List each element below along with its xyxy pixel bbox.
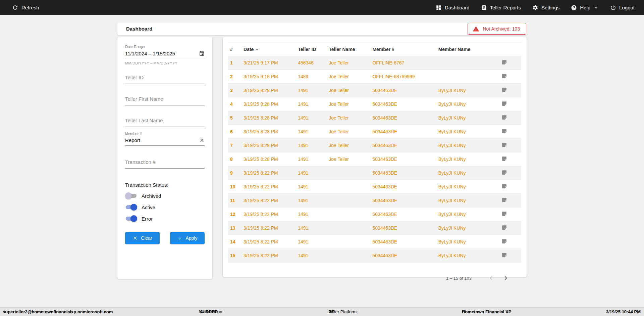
table-row[interactable]: 7 3/19/25 8:28 PM 1491 Joe Teller 503446… [228,139,521,152]
nav-help[interactable]: Help [571,5,599,11]
not-archived-badge[interactable]: Not Archived: 103 [468,23,526,35]
row-teller-id: 1491 [296,84,327,97]
date-range-value[interactable]: 11/1/2024 – 1/15/2025 [125,51,175,56]
note-icon[interactable] [501,156,507,162]
row-date: 3/21/25 9:17 PM [241,56,296,70]
row-teller-name: Joe Teller [327,125,370,139]
table-row[interactable]: 10 3/19/25 8:22 PM 1491 5034463DE ByLyJI… [228,180,521,194]
row-date: 3/19/25 8:28 PM [241,139,296,152]
row-note-cell[interactable] [500,249,521,263]
table-row[interactable]: 5 3/19/25 8:28 PM 1491 Joe Teller 503446… [228,111,521,125]
col-header-member-name[interactable]: Member Name [436,43,500,56]
nav-logout[interactable]: Logout [610,5,635,11]
note-icon[interactable] [501,238,507,244]
row-number: 9 [228,166,241,180]
active-switch[interactable] [125,204,137,211]
apply-button[interactable]: Apply [170,232,205,244]
table-row[interactable]: 9 3/19/25 8:22 PM 1491 5034463DE ByLyJI … [228,166,521,180]
row-note-cell[interactable] [500,152,521,166]
close-icon [132,235,138,241]
row-date: 3/19/25 8:22 PM [241,180,296,194]
status-bar: superteller2@hometownfinancialxp.onmicro… [0,307,644,316]
note-icon[interactable] [501,170,507,175]
note-icon[interactable] [501,252,507,258]
prev-page-button[interactable] [485,272,497,284]
row-note-cell[interactable] [500,56,521,70]
row-member-number: 5034463DE [370,111,436,125]
row-note-cell[interactable] [500,235,521,249]
row-note-cell[interactable] [500,70,521,84]
calendar-icon[interactable] [199,51,205,56]
clear-button[interactable]: Clear [125,232,160,244]
note-icon[interactable] [501,59,507,65]
filter-panel: Date Range 11/1/2024 – 1/15/2025 MM/DD/Y… [117,37,212,279]
sort-chevron-down-icon[interactable] [255,47,260,52]
table-row[interactable]: 3 3/19/25 8:28 PM 1491 Joe Teller 503446… [228,84,521,97]
col-header-date[interactable]: Date [241,43,296,56]
gear-icon [532,5,538,11]
nav-dashboard[interactable]: Dashboard [436,5,469,11]
next-page-button[interactable] [500,272,512,284]
row-note-cell[interactable] [500,166,521,180]
toggle-error-label: Error [142,216,153,222]
note-icon[interactable] [501,142,507,148]
toggle-active-label: Active [142,205,155,210]
row-note-cell[interactable] [500,221,521,235]
date-range-field[interactable]: Date Range 11/1/2024 – 1/15/2025 MM/DD/Y… [125,45,205,65]
row-member-name: ByLyJI KUNy [436,125,500,139]
note-icon[interactable] [501,115,507,120]
table-row[interactable]: 15 3/19/25 8:22 PM 1491 5034463DE ByLyJI… [228,249,521,263]
row-teller-id: 1491 [296,111,327,125]
row-note-cell[interactable] [500,125,521,139]
teller-id-input[interactable] [125,71,205,84]
note-icon[interactable] [501,197,507,203]
table-row[interactable]: 1 3/21/25 9:17 PM 456346 Joe Teller OFFL… [228,56,521,70]
note-icon[interactable] [501,211,507,217]
col-header-member-number[interactable]: Member # [370,43,436,56]
row-member-number: 5034463DE [370,208,436,221]
row-note-cell[interactable] [500,139,521,152]
table-row[interactable]: 11 3/19/25 8:22 PM 1491 5034463DE ByLyJI… [228,194,521,208]
note-icon[interactable] [501,101,507,106]
row-member-name: ByLyJI KUNy [436,249,500,263]
member-number-input[interactable] [125,137,189,143]
transaction-number-input[interactable] [125,156,205,169]
teller-last-name-input[interactable] [125,114,205,127]
table-row[interactable]: 12 3/19/25 8:22 PM 1491 5034463DE ByLyJI… [228,208,521,221]
table-row[interactable]: 6 3/19/25 8:28 PM 1491 Joe Teller 503446… [228,125,521,139]
note-icon[interactable] [501,73,507,79]
row-note-cell[interactable] [500,208,521,221]
error-switch[interactable] [125,215,137,222]
row-note-cell[interactable] [500,180,521,194]
row-note-cell[interactable] [500,111,521,125]
note-icon[interactable] [501,225,507,230]
row-teller-name: Joe Teller [327,84,370,97]
note-icon[interactable] [501,87,507,93]
toggle-active[interactable]: Active [125,204,205,211]
fi-status: FI: Hometown Financial XP [462,308,511,316]
teller-first-name-input[interactable] [125,93,205,105]
help-icon [571,5,577,11]
table-row[interactable]: 13 3/19/25 8:22 PM 1491 5034463DE ByLyJI… [228,221,521,235]
toggle-archived[interactable]: Archived [125,192,205,199]
col-header-teller-id[interactable]: Teller ID [296,43,327,56]
row-teller-id: 1491 [296,97,327,111]
chevron-right-icon [502,274,509,282]
note-icon[interactable] [501,128,507,134]
table-row[interactable]: 8 3/19/25 8:28 PM 1491 Joe Teller 503446… [228,152,521,166]
note-icon[interactable] [501,183,507,189]
row-note-cell[interactable] [500,84,521,97]
table-row[interactable]: 4 3/19/25 8:28 PM 1491 Joe Teller 503446… [228,97,521,111]
refresh-button[interactable]: Refresh [12,4,39,11]
row-note-cell[interactable] [500,97,521,111]
table-row[interactable]: 2 3/19/25 9:18 PM 1489 Joe Teller OFFLIN… [228,70,521,84]
table-row[interactable]: 14 3/19/25 8:22 PM 1491 5034463DE ByLyJI… [228,235,521,249]
nav-settings[interactable]: Settings [532,5,559,11]
row-note-cell[interactable] [500,194,521,208]
archived-switch[interactable] [125,192,137,199]
nav-teller-reports[interactable]: Teller Reports [481,5,521,11]
date-range-helper: MM/DD/YYYY – MM/DD/YYYY [125,61,205,65]
col-header-teller-name[interactable]: Teller Name [327,43,370,56]
toggle-error[interactable]: Error [125,215,205,222]
clear-member-icon[interactable] [199,138,205,143]
